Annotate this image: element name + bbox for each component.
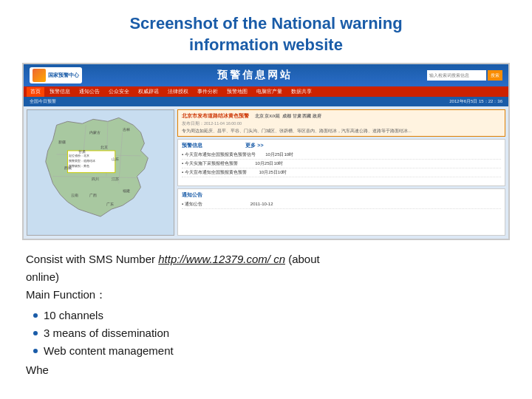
news-item-1: ▪ 今天宣布通知全国预报黄色预警信号 10月25日10时 — [182, 151, 501, 160]
svg-text:预警级别：黄色: 预警级别：黄色 — [69, 164, 89, 168]
alert-box: 北京市发布道路结冰黄色预警 北京 京X/X延 成都 甘肃 西藏 政府 发布日期：… — [177, 109, 505, 137]
page-title: Screenshot of the National warning infor… — [7, 13, 525, 55]
notice-box: 通知公告 ▪ 通知公告 2011-10-12 — [177, 188, 505, 236]
site-header: 国家预警中心 预警信息网站 搜索 — [24, 64, 508, 86]
content-line3: Main Function： — [26, 286, 506, 304]
site-search: 搜索 — [427, 70, 502, 81]
site-logo: 国家预警中心 — [30, 67, 82, 83]
svg-text:云南: 云南 — [71, 193, 78, 197]
site-body: 定位省份：北京 预警类型：道路结冰 预警级别：黄色 新疆 内蒙古 吉林 甘肃 北… — [24, 106, 508, 239]
bullet-text-1: 10 channels — [44, 307, 103, 324]
svg-text:四川: 四川 — [92, 176, 99, 180]
nav-map[interactable]: 预警地图 — [223, 87, 251, 97]
alert-location: 北京 京X/X延 成都 甘肃 西藏 政府 — [255, 114, 321, 118]
nav-event[interactable]: 事件分析 — [194, 87, 222, 97]
nav-data[interactable]: 数据共享 — [287, 87, 316, 97]
title-line1: Screenshot of the National warning — [129, 14, 402, 33]
notice-item-1: ▪ 通知公告 2011-10-12 — [182, 200, 501, 209]
logo-text: 国家预警中心 — [48, 72, 79, 79]
partial-line: Whe — [26, 361, 506, 379]
search-input[interactable] — [427, 70, 486, 81]
nav-rumor[interactable]: 权威辟谣 — [134, 87, 163, 97]
notice-title: 通知公告 — [182, 191, 501, 199]
map-area: 定位省份：北京 预警类型：道路结冰 预警级别：黄色 新疆 内蒙古 吉林 甘肃 北… — [27, 109, 174, 236]
bullet-text-3: Web content management — [44, 342, 174, 360]
content-line1: Consist with SMS Number http://www.12379… — [26, 250, 506, 268]
nav-warning[interactable]: 预警信息 — [46, 87, 74, 97]
svg-text:广西: 广西 — [89, 193, 97, 197]
svg-text:内蒙古: 内蒙古 — [89, 130, 100, 134]
alert-date: 发布日期：2012-11-04 16:00:00 — [182, 121, 501, 126]
svg-text:广东: 广东 — [106, 202, 114, 206]
bullet-list: 10 channels 3 means of dissemination Web… — [26, 307, 506, 360]
svg-text:定位省份：北京: 定位省份：北京 — [69, 154, 89, 157]
content-area: Consist with SMS Number http://www.12379… — [0, 240, 532, 399]
date-value: 2012年6月5日 15：22：36 — [449, 98, 502, 105]
svg-text:预警类型：道路结冰: 预警类型：道路结冰 — [69, 159, 95, 163]
nav-public[interactable]: 公众安全 — [105, 87, 133, 97]
news-item-2: ▪ 今天实施下采预报橙色预警 10月25日10时 — [182, 160, 501, 168]
content-line1-suffix: (about — [285, 253, 320, 265]
bullet-text-2: 3 means of dissemination — [44, 324, 169, 342]
bullet-dot-3 — [33, 349, 38, 353]
nav-notice[interactable]: 通知公告 — [75, 87, 103, 97]
nav-home[interactable]: 首页 — [27, 87, 44, 97]
site-nav: 首页 预警信息 通知公告 公众安全 权威辟谣 法律授权 事件分析 预警地图 电脑… — [24, 86, 508, 97]
alert-title: 北京市发布道路结冰黄色预警 北京 京X/X延 成都 甘肃 西藏 政府 — [182, 112, 501, 120]
news-item-3: ▪ 今天宣布通知全国预报黄色预警 10月25日10时 — [182, 168, 501, 177]
page-container: Screenshot of the National warning infor… — [0, 0, 532, 399]
svg-text:福建: 福建 — [123, 188, 130, 193]
svg-text:甘肃: 甘肃 — [78, 149, 86, 154]
bullet-item-1: 10 channels — [33, 307, 506, 324]
alert-content: 专为周边如延庆、昌平、平谷、门头沟、门城区、张辟槽、等区县内、路面结冰，汽车高速… — [182, 128, 501, 134]
warning-levels-title: 预警信息 更多 >> — [182, 142, 501, 149]
content-line2: online) — [26, 268, 506, 286]
svg-text:新疆: 新疆 — [58, 140, 66, 144]
content-link[interactable]: http://www.12379.com/ cn — [158, 253, 285, 265]
nav-pc[interactable]: 电脑官产量 — [253, 87, 286, 97]
bullet-item-2: 3 means of dissemination — [33, 324, 506, 342]
website-screenshot: 国家预警中心 预警信息网站 搜索 首页 预警信息 通知公告 公众安全 权威辟谣 … — [22, 63, 510, 240]
bullet-item-3: Web content management — [33, 342, 506, 360]
warning-levels-box: 预警信息 更多 >> ▪ 今天宣布通知全国预报黄色预警信号 10月25日10时 … — [177, 139, 505, 186]
title-area: Screenshot of the National warning infor… — [0, 0, 532, 63]
website-mockup: 国家预警中心 预警信息网站 搜索 首页 预警信息 通知公告 公众安全 权威辟谣 … — [24, 64, 508, 239]
bullet-dot-2 — [33, 331, 38, 335]
map-label: 全国今日预警 — [30, 98, 56, 105]
svg-text:北京: 北京 — [100, 145, 108, 149]
content-line1-text: Consist with SMS Number — [26, 253, 158, 265]
site-title-cn: 预警信息网站 — [88, 69, 421, 82]
svg-text:山东: 山东 — [112, 157, 119, 161]
title-line2: information website — [189, 35, 343, 54]
bullet-dot-1 — [33, 313, 38, 318]
search-button[interactable]: 搜索 — [488, 70, 502, 81]
right-panel: 北京市发布道路结冰黄色预警 北京 京X/X延 成都 甘肃 西藏 政府 发布日期：… — [177, 109, 505, 236]
svg-text:西藏: 西藏 — [64, 166, 72, 170]
svg-text:江苏: 江苏 — [112, 176, 119, 180]
svg-text:吉林: 吉林 — [123, 127, 130, 132]
nav-legal[interactable]: 法律授权 — [164, 87, 192, 97]
date-bar: 全国今日预警 2012年6月5日 15：22：36 — [24, 97, 508, 106]
logo-icon — [33, 69, 46, 82]
